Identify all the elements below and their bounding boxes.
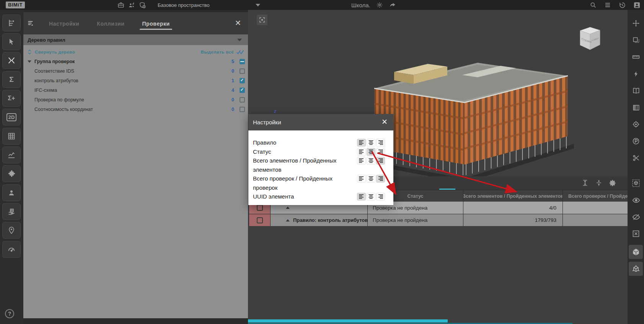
team-icon[interactable] [128,1,135,9]
model-tree-icon[interactable] [2,15,21,31]
align-center-icon[interactable] [367,148,375,156]
tree-checkbox[interactable] [240,59,245,64]
expand-icon[interactable] [257,15,267,25]
column-header-checks[interactable]: Всего проверок / Пройде [562,190,628,202]
layers-icon[interactable] [631,35,641,45]
tree-checkbox[interactable] [240,88,245,93]
align-center-icon[interactable] [367,139,375,147]
split-rows-icon[interactable] [595,179,603,187]
account-icon[interactable] [633,1,641,9]
collapse-row-icon[interactable] [286,207,290,209]
row-checkbox[interactable] [257,205,263,211]
2d-icon[interactable]: 2D [2,109,21,125]
tree-row[interactable]: Проверка по формуле 0 [23,95,248,104]
close-icon[interactable]: ✕ [233,18,243,28]
tree-row-group[interactable]: Группа проверок 5 [23,57,248,66]
collapse-panel-icon[interactable] [27,20,35,27]
share-icon[interactable] [389,1,396,9]
collapse-row-icon[interactable] [286,219,290,221]
matrix-icon[interactable] [2,128,21,145]
workspace-selector[interactable]: Базовое пространство [158,2,260,8]
table-columns-icon[interactable] [631,103,641,112]
align-center-icon[interactable] [367,193,375,200]
column-setting-row: Всего элементов / Пройденных элементов [253,156,387,174]
align-toggle-group [357,148,385,156]
column-setting-row: Правило [253,138,387,147]
tab-collisions[interactable]: Коллизии [92,16,129,31]
align-left-icon[interactable] [357,148,366,156]
user-icon[interactable] [2,184,21,201]
chevron-down-icon [237,39,242,41]
align-right-icon[interactable] [376,157,385,164]
tab-checks[interactable]: Проверки [137,16,174,31]
select-cursor-icon[interactable] [2,33,21,50]
clash-icon[interactable] [2,52,21,69]
delivery-icon[interactable] [2,203,21,220]
person-pin-icon[interactable] [2,222,21,239]
chevron-down-icon [256,4,260,7]
tree-checkbox[interactable] [240,107,245,112]
column-setting-row: Всего проверок / Пройденных проверок [253,174,387,192]
row-checkbox[interactable] [257,217,263,223]
tree-row[interactable]: контроль атрибутов 1 [23,76,248,85]
align-left-icon[interactable] [357,175,366,182]
settings-gear-icon[interactable] [608,179,617,187]
ruler-icon[interactable] [631,52,641,62]
rules-tree-dropdown[interactable]: Дерево правил [23,34,248,45]
plugin-icon[interactable] [2,165,21,182]
nav-cube[interactable]: Справа Сзади [578,23,602,53]
show-eye-icon[interactable] [631,195,641,205]
row-height-icon[interactable] [581,179,589,187]
align-left-icon[interactable] [357,193,366,200]
settings-modal: Настройки ✕ Правило Статус [248,114,393,205]
target-icon[interactable] [631,119,641,129]
align-center-icon[interactable] [367,157,375,164]
search-icon[interactable] [589,1,597,9]
align-right-icon[interactable] [376,193,385,200]
close-icon[interactable]: ✕ [380,118,389,126]
gear-icon[interactable] [376,1,383,9]
tree-checkbox[interactable] [240,78,245,83]
align-right-icon[interactable] [376,148,385,156]
tree-row[interactable]: IFC-схема 4 [23,85,248,95]
book-icon[interactable] [631,86,641,96]
axes-cube-icon[interactable] [629,262,643,276]
sum-icon[interactable]: Σ [2,71,21,88]
tree-row[interactable]: Соответствие IDS 0 [23,66,248,76]
shield-clock-icon[interactable] [139,1,146,9]
column-header-elements[interactable]: Всего элементов / Пройденных элементов [463,190,562,202]
tree-toolbar: Свернуть дерево Выделить всё [23,47,248,57]
tree-row[interactable]: Соотносимость координат 0 [23,104,248,114]
tree-checkbox[interactable] [240,97,245,103]
table-row[interactable]: Правило: контроль атрибутов Проверка не … [248,214,628,226]
history-icon[interactable] [618,1,626,9]
align-right-icon[interactable] [376,139,385,147]
tab-settings[interactable]: Настройки [44,16,84,31]
sum-plus-icon[interactable]: Σ+ [2,90,21,107]
modal-title: Настройки [253,119,281,125]
section-cut-icon[interactable] [631,153,641,163]
parking-icon[interactable] [631,136,641,146]
remove-box-icon[interactable] [631,229,641,239]
tree-checkbox[interactable] [240,68,245,74]
briefcase-icon[interactable] [117,1,125,9]
collapse-tree-button[interactable]: Свернуть дерево [28,49,75,55]
select-all-label: Выделить всё [201,50,234,54]
lightning-icon[interactable] [631,69,641,79]
align-center-icon[interactable] [367,175,375,182]
help-button[interactable]: ? [5,309,14,318]
list-icon[interactable] [604,1,611,9]
hide-eye-icon[interactable] [631,212,641,222]
isolate-icon[interactable] [631,178,641,188]
chart-icon[interactable] [2,147,21,163]
solid-cube-icon[interactable] [629,245,643,259]
select-all-button[interactable]: Выделить всё [201,49,245,55]
align-left-icon[interactable] [357,139,366,147]
collapse-tree-label: Свернуть дерево [35,50,75,54]
align-left-icon[interactable] [357,157,366,164]
modal-header[interactable]: Настройки ✕ [248,114,393,130]
align-right-icon[interactable] [376,175,385,182]
navigation-icon[interactable] [631,18,641,28]
gauge-icon[interactable] [2,241,21,258]
chevron-expand-icon[interactable] [28,60,31,63]
